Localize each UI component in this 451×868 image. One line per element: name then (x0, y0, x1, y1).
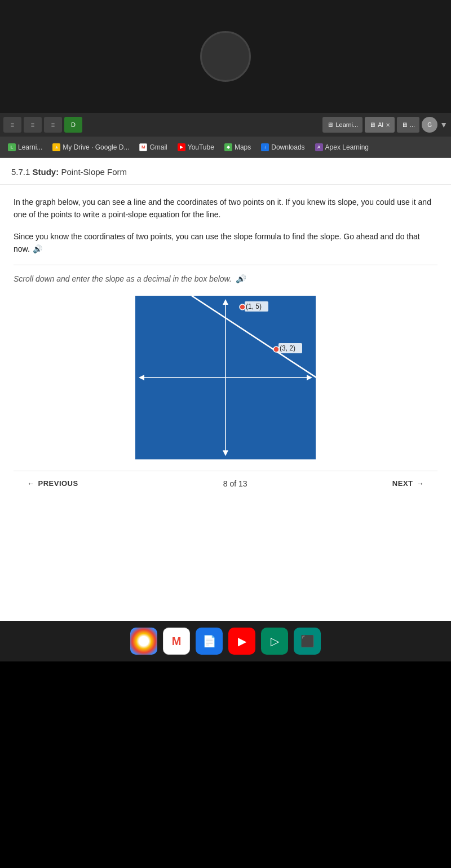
svg-point-8 (240, 304, 245, 310)
gmail-icon: M (139, 143, 147, 151)
paragraph-2: Since you know the coordinates of two po… (14, 230, 437, 256)
instruction-text: Scroll down and enter the slope as a dec… (14, 273, 437, 284)
next-button[interactable]: NEXT → (392, 479, 424, 488)
taskbar-arrow[interactable]: ▼ (440, 120, 448, 129)
taskbar-icon-1[interactable]: ≡ (3, 117, 21, 133)
paragraph-1: In the graph below, you can see a line a… (14, 196, 437, 221)
audio-icon-1[interactable]: 🔊 (32, 243, 43, 255)
taskbar-icon-green[interactable]: D (64, 117, 82, 133)
tab-close-icon[interactable]: ✕ (386, 122, 390, 128)
bookmark-gmail[interactable]: M Gmail (136, 142, 170, 153)
svg-text:(1, 5): (1, 5) (246, 303, 262, 310)
bookmarks-bar: L Learni... ▲ My Drive · Google D... M G… (0, 137, 451, 158)
drive-icon: ▲ (52, 143, 60, 151)
downloads-icon: ↓ (261, 143, 269, 151)
arrow-left-icon: ← (27, 479, 35, 488)
taskbar-tab-3[interactable]: 🖥 ... (397, 117, 419, 133)
laptop-bezel (0, 0, 451, 113)
content-body: In the graph below, you can see a line a… (0, 185, 451, 507)
dock-meet-icon[interactable]: ⬛ (294, 628, 321, 655)
nav-bar: ← PREVIOUS 8 of 13 NEXT → (14, 471, 437, 496)
apex-icon: A (315, 143, 323, 151)
svg-text:(3, 2): (3, 2) (280, 344, 295, 352)
taskbar: ≡ ≡ ≡ D 🖥 Learni... 🖥 Al ✕ 🖥 ... G ▼ (0, 113, 451, 137)
page-indicator: 8 of 13 (223, 479, 247, 488)
bookmark-learni[interactable]: L Learni... (5, 142, 46, 153)
youtube-icon: ▶ (178, 143, 185, 151)
bookmark-maps[interactable]: ◆ Maps (221, 142, 254, 153)
dock-youtube-icon[interactable]: ▶ (228, 628, 255, 655)
camera (200, 31, 251, 82)
previous-button[interactable]: ← PREVIOUS (27, 479, 78, 488)
section-header: 5.7.1 Study: Point-Slope Form (0, 158, 451, 185)
audio-icon-2[interactable]: 🔊 (235, 273, 246, 284)
taskbar-tab-ai[interactable]: 🖥 Al ✕ (365, 117, 395, 133)
svg-point-11 (273, 347, 279, 352)
bottom-dock: M 📄 ▶ ▷ ⬛ (0, 621, 451, 661)
bookmark-apex[interactable]: A Apex Learning (312, 142, 372, 153)
bottom-dark-area (0, 661, 451, 868)
dock-chrome-icon[interactable] (130, 628, 157, 655)
bookmark-downloads[interactable]: ↓ Downloads (258, 142, 308, 153)
dock-gmail-icon[interactable]: M (163, 628, 190, 655)
maps-icon: ◆ (224, 143, 232, 151)
learni-icon: L (8, 143, 16, 151)
taskbar-icon-2[interactable]: ≡ (24, 117, 42, 133)
dock-play-icon[interactable]: ▷ (261, 628, 288, 655)
arrow-right-icon: → (417, 479, 425, 488)
graph-image: (1, 5) (3, 2) (135, 296, 316, 459)
dock-files-icon[interactable]: 📄 (196, 628, 223, 655)
taskbar-google-icon[interactable]: G (422, 117, 437, 133)
taskbar-icon-3[interactable]: ≡ (44, 117, 62, 133)
section-title: 5.7.1 Study: Point-Slope Form (11, 167, 127, 177)
bookmark-drive[interactable]: ▲ My Drive · Google D... (49, 142, 132, 153)
bookmark-youtube[interactable]: ▶ YouTube (174, 142, 218, 153)
main-content: 5.7.1 Study: Point-Slope Form In the gra… (0, 158, 451, 621)
taskbar-tab-1[interactable]: 🖥 Learni... (322, 117, 362, 133)
graph-container: (1, 5) (3, 2) (14, 296, 437, 459)
